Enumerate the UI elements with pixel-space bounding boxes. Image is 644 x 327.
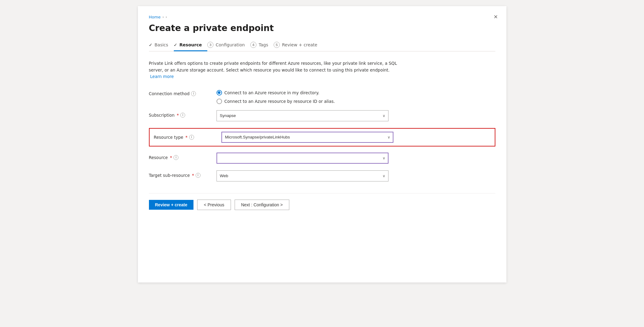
page-title: Create a private endpoint	[149, 23, 495, 33]
connection-method-row: Connection method i Connect to an Azure …	[149, 89, 495, 104]
connection-method-info-icon[interactable]: i	[191, 91, 196, 96]
steps-nav: ✓ Basics ✓ Resource 3 Configuration 4 Ta…	[149, 42, 495, 52]
resource-form: Connection method i Connect to an Azure …	[149, 89, 495, 182]
radio-resourceid[interactable]: Connect to an Azure resource by resource…	[217, 99, 388, 104]
resource-control: ∨	[217, 153, 388, 164]
breadcrumb-sep2: ›	[166, 15, 167, 19]
tab-basics-label: Basics	[154, 42, 168, 47]
subscription-label: Subscription * i	[149, 110, 217, 118]
next-button[interactable]: Next : Configuration >	[235, 200, 289, 210]
tab-tags[interactable]: 4 Tags	[250, 42, 274, 51]
resource-type-control: Microsoft.Synapse/privateLinkHubs ∨	[221, 132, 393, 143]
subscription-row: Subscription * i Synapse ∨	[149, 110, 495, 122]
target-sub-resource-label: Target sub-resource * i	[149, 170, 217, 178]
configuration-num: 3	[207, 42, 213, 48]
previous-button[interactable]: < Previous	[197, 200, 231, 210]
tab-review-label: Review + create	[282, 42, 317, 47]
main-panel: Home › › Create a private endpoint × ✓ B…	[138, 6, 506, 282]
radio-resourceid-label: Connect to an Azure resource by resource…	[224, 99, 335, 104]
radio-directory[interactable]: Connect to an Azure resource in my direc…	[217, 90, 388, 95]
tab-tags-label: Tags	[259, 42, 268, 47]
tab-configuration[interactable]: 3 Configuration	[207, 42, 250, 51]
description-body: Private Link offers options to create pr…	[149, 61, 397, 72]
connection-method-options: Connect to an Azure resource in my direc…	[217, 89, 388, 104]
resource-type-select-wrapper: Microsoft.Synapse/privateLinkHubs ∨	[221, 132, 393, 143]
radio-directory-label: Connect to an Azure resource in my direc…	[224, 90, 319, 95]
breadcrumb-home[interactable]: Home	[149, 15, 161, 19]
target-sub-resource-select[interactable]: Web	[217, 170, 388, 181]
description-text: Private Link offers options to create pr…	[149, 60, 401, 80]
breadcrumb: Home › ›	[149, 15, 495, 19]
close-button[interactable]: ×	[494, 14, 498, 20]
resource-type-label: Resource type * i	[154, 135, 221, 140]
tags-num: 4	[250, 42, 256, 48]
target-sub-resource-row: Target sub-resource * i Web ∨	[149, 170, 495, 182]
resource-select[interactable]	[217, 153, 388, 164]
subscription-info-icon[interactable]: i	[180, 113, 185, 118]
resource-select-wrapper: ∨	[217, 153, 388, 164]
tab-review[interactable]: 5 Review + create	[274, 42, 323, 51]
subscription-select-wrapper: Synapse ∨	[217, 110, 388, 121]
tab-resource[interactable]: ✓ Resource	[174, 42, 208, 51]
target-sub-resource-info-icon[interactable]: i	[196, 173, 201, 178]
tab-basics[interactable]: ✓ Basics	[149, 42, 174, 50]
learn-more-link[interactable]: Learn more	[150, 74, 174, 79]
tab-resource-label: Resource	[179, 42, 202, 47]
review-num: 5	[274, 42, 280, 48]
subscription-select[interactable]: Synapse	[217, 110, 388, 121]
resource-type-row: Resource type * i Microsoft.Synapse/priv…	[149, 128, 495, 146]
resource-check-icon: ✓	[174, 42, 178, 47]
target-sub-resource-required: *	[192, 173, 194, 178]
resource-row: Resource * i ∨	[149, 153, 495, 164]
basics-check-icon: ✓	[149, 42, 153, 47]
connection-method-label: Connection method i	[149, 89, 217, 96]
review-create-button[interactable]: Review + create	[149, 200, 193, 210]
resource-type-select[interactable]: Microsoft.Synapse/privateLinkHubs	[221, 132, 393, 143]
subscription-required: *	[177, 113, 179, 118]
subscription-control: Synapse ∨	[217, 110, 388, 121]
target-sub-resource-control: Web ∨	[217, 170, 388, 181]
radio-group: Connect to an Azure resource in my direc…	[217, 89, 388, 104]
resource-label: Resource * i	[149, 153, 217, 160]
radio-directory-circle	[217, 90, 222, 95]
target-sub-resource-select-wrapper: Web ∨	[217, 170, 388, 181]
resource-required: *	[170, 155, 172, 160]
resource-info-icon[interactable]: i	[174, 155, 178, 160]
breadcrumb-sep1: ›	[162, 15, 164, 19]
resource-type-info-icon[interactable]: i	[189, 135, 194, 140]
footer: Review + create < Previous Next : Config…	[149, 193, 495, 217]
radio-resourceid-circle	[217, 99, 222, 104]
resource-type-required: *	[185, 135, 188, 140]
tab-configuration-label: Configuration	[216, 42, 245, 47]
